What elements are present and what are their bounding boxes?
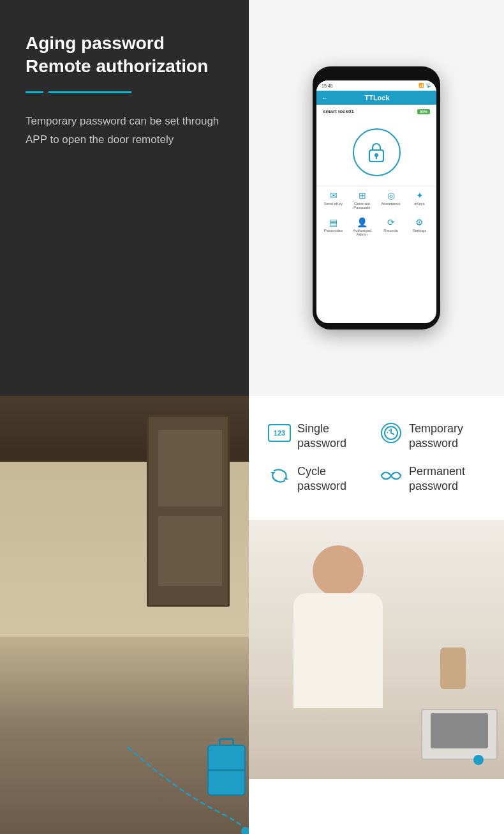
suitcase xyxy=(207,745,246,796)
phone-icon-ekeys[interactable]: ✦ eKeys xyxy=(407,190,433,209)
phone-mockup: 15:48 📶 📡 ← TTLock smart lock01 80% xyxy=(313,66,440,330)
bottom-combined: 123 Singlepassword xyxy=(0,396,504,834)
right-panel-top: 15:48 📶 📡 ← TTLock smart lock01 80% xyxy=(249,0,504,396)
door xyxy=(147,415,230,607)
feature-text-permanent: Permanentpassword xyxy=(409,464,465,494)
feature-temporary-password: Temporarypassword xyxy=(380,421,485,451)
laptop-screen xyxy=(431,713,488,748)
clock-icon xyxy=(381,423,401,443)
svg-point-7 xyxy=(473,755,484,765)
right-combined: 123 Singlepassword xyxy=(249,396,504,834)
phone-icons-row-2: ▤ Passcodes 👤 Authorized Admin ⟳ Records xyxy=(316,213,436,240)
door-panel-bottom xyxy=(158,516,222,586)
passcodes-icon: ▤ xyxy=(329,217,337,227)
phone-icon-send-ekey[interactable]: ✉ Send eKey xyxy=(321,190,346,209)
attendance-label: Attendance xyxy=(381,202,400,206)
phone-screen: 15:48 📶 📡 ← TTLock smart lock01 80% xyxy=(316,80,436,323)
phone-icon-passcodes[interactable]: ▤ Passcodes xyxy=(321,217,346,236)
phone-status-bar: 15:48 📶 📡 xyxy=(316,80,436,91)
phone-icon-generate-passcode[interactable]: ⊞ Generate Passcode xyxy=(350,190,375,209)
authorized-admin-icon: 👤 xyxy=(357,217,367,227)
generate-passcode-label: Generate Passcode xyxy=(350,202,375,209)
ekeys-label: eKeys xyxy=(414,202,425,206)
divider-long xyxy=(48,91,131,93)
feature-icon-temporary xyxy=(380,421,403,444)
dashed-dot-svg xyxy=(466,747,491,773)
passcodes-label: Passcodes xyxy=(324,229,343,232)
phone-icon-records[interactable]: ⟳ Records xyxy=(378,217,404,236)
description-text: Temporary password can be set through AP… xyxy=(26,112,223,149)
phone-icon-settings[interactable]: ⚙ Settings xyxy=(407,217,433,236)
settings-label: Settings xyxy=(413,229,427,232)
features-grid: 123 Singlepassword xyxy=(268,421,485,494)
feature-text-temporary: Temporarypassword xyxy=(409,421,463,451)
woman2-placeholder xyxy=(249,520,504,779)
phone-icons-row-1: ✉ Send eKey ⊞ Generate Passcode ◎ Attend… xyxy=(316,186,436,213)
phone-nav-title: TTLock xyxy=(332,94,422,102)
bottom-right-section xyxy=(249,520,504,779)
page-wrapper: Aging passwordRemote authorization Tempo… xyxy=(0,0,504,834)
ekeys-icon: ✦ xyxy=(416,190,424,201)
phone-signals: 📶 📡 xyxy=(419,83,431,88)
svg-point-1 xyxy=(374,153,378,157)
feature-text-cycle: Cyclepassword xyxy=(297,464,346,494)
svg-marker-6 xyxy=(271,472,276,474)
123-icon: 123 xyxy=(268,424,291,442)
suitcase-stripe xyxy=(209,770,244,771)
phone-icon-authorized-admin[interactable]: 👤 Authorized Admin xyxy=(350,217,375,236)
records-icon: ⟳ xyxy=(387,217,395,227)
feature-cycle-password: Cyclepassword xyxy=(268,464,373,494)
svg-point-3 xyxy=(241,827,249,834)
authorized-admin-label: Authorized Admin xyxy=(350,229,375,236)
cycle-password-label: Cyclepassword xyxy=(297,464,346,494)
attendance-icon: ◎ xyxy=(387,190,395,201)
person-head xyxy=(313,545,364,596)
top-section: Aging passwordRemote authorization Tempo… xyxy=(0,0,504,396)
person-body xyxy=(293,593,383,708)
feature-text-single: Singlepassword xyxy=(297,421,346,451)
page-title: Aging passwordRemote authorization xyxy=(26,32,223,79)
temporary-password-label: Temporarypassword xyxy=(409,421,463,451)
phone-device-row: smart lock01 80% xyxy=(316,105,436,116)
infinite-icon xyxy=(380,467,403,485)
phone-icon-attendance[interactable]: ◎ Attendance xyxy=(378,190,404,209)
svg-marker-5 xyxy=(283,477,288,480)
device-name: smart lock01 xyxy=(323,109,354,114)
records-label: Records xyxy=(383,229,397,232)
divider xyxy=(26,91,223,93)
lock-circle-icon xyxy=(353,128,401,176)
features-section: 123 Singlepassword xyxy=(249,396,504,520)
generate-passcode-icon: ⊞ xyxy=(359,190,366,201)
lock-icon-area[interactable] xyxy=(316,116,436,186)
feature-permanent-password: Permanentpassword xyxy=(380,464,485,494)
send-ekey-icon: ✉ xyxy=(330,190,337,201)
phone-time: 15:48 xyxy=(322,84,333,88)
left-panel: Aging passwordRemote authorization Tempo… xyxy=(0,0,249,396)
divider-short xyxy=(26,91,43,93)
settings-icon: ⚙ xyxy=(415,217,424,227)
door-panel-top xyxy=(158,430,222,506)
phone-back-icon[interactable]: ← xyxy=(322,95,328,102)
feature-icon-permanent xyxy=(380,464,403,487)
send-ekey-label: Send eKey xyxy=(324,202,343,206)
suitcase-handle xyxy=(219,738,234,746)
single-password-label: Singlepassword xyxy=(297,421,346,451)
battery-indicator: 80% xyxy=(417,109,430,114)
cycle-icon xyxy=(269,466,290,486)
phone-nav-bar: ← TTLock xyxy=(316,91,436,105)
feature-single-password: 123 Singlepassword xyxy=(268,421,373,451)
permanent-password-label: Permanentpassword xyxy=(409,464,465,494)
woman-door-image xyxy=(0,396,249,834)
phone-notch xyxy=(357,73,396,78)
feature-icon-cycle xyxy=(268,464,291,487)
phone-in-hand xyxy=(440,648,466,689)
feature-icon-single-password: 123 xyxy=(268,421,291,444)
